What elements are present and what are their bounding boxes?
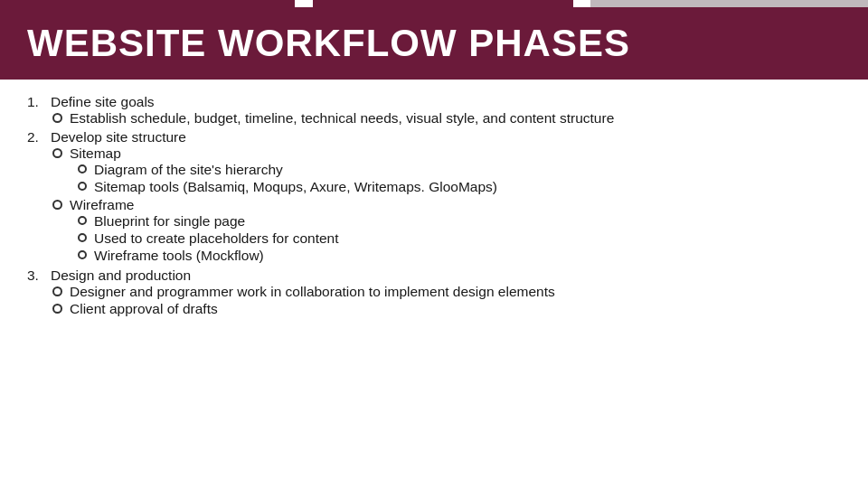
circle-bullet-icon bbox=[78, 164, 87, 174]
sub-item-text: Sitemap bbox=[70, 145, 121, 162]
circle-bullet-icon bbox=[78, 182, 87, 191]
sub-sub-item-text: Diagram of the site's hierarchy bbox=[94, 162, 283, 178]
list-item: 3. Design and production Designer and pr… bbox=[27, 267, 841, 317]
list-item: Used to create placeholders for content bbox=[78, 230, 841, 247]
list-item: Diagram of the site's hierarchy bbox=[78, 162, 841, 178]
circle-bullet-icon bbox=[52, 304, 62, 314]
circle-bullet-icon bbox=[52, 200, 62, 210]
sub-sub-item-text: Blueprint for single page bbox=[94, 213, 245, 230]
list-item: Designer and programmer work in collabor… bbox=[52, 284, 841, 300]
header-box: WEBSITE WORKFLOW PHASES bbox=[0, 7, 868, 80]
sub-list: Establish schedule, budget, timeline, te… bbox=[52, 110, 841, 127]
sub-sub-item-text: Used to create placeholders for content bbox=[94, 230, 339, 247]
circle-bullet-icon bbox=[52, 113, 62, 123]
top-bar-1 bbox=[0, 0, 295, 7]
item-label: Design and production bbox=[51, 267, 191, 284]
item-number: 1. bbox=[27, 94, 43, 110]
sub-sub-list: Blueprint for single page Used to create… bbox=[78, 213, 841, 265]
sub-item-text: Establish schedule, budget, timeline, te… bbox=[70, 110, 614, 127]
sub-item-text: Wireframe bbox=[70, 197, 134, 213]
page-title: WEBSITE WORKFLOW PHASES bbox=[27, 22, 841, 65]
item-number: 2. bbox=[27, 129, 43, 145]
list-item: 2. Develop site structure Sitemap Diagra… bbox=[27, 129, 841, 265]
sub-list: Sitemap Diagram of the site's hierarchy … bbox=[52, 145, 841, 265]
list-item: 1. Define site goals Establish schedule,… bbox=[27, 94, 841, 127]
main-list: 1. Define site goals Establish schedule,… bbox=[27, 94, 841, 317]
list-item: Establish schedule, budget, timeline, te… bbox=[52, 110, 841, 127]
list-item: Wireframe Blueprint for single page Used… bbox=[52, 197, 841, 265]
sub-item-text: Client approval of drafts bbox=[70, 301, 218, 317]
circle-bullet-icon bbox=[52, 148, 62, 158]
list-item: Sitemap tools (Balsamiq, Moqups, Axure, … bbox=[78, 179, 841, 195]
circle-bullet-icon bbox=[78, 250, 87, 259]
top-bar-3 bbox=[590, 0, 868, 7]
item-label: Develop site structure bbox=[51, 129, 186, 145]
sub-list: Designer and programmer work in collabor… bbox=[52, 284, 841, 317]
sub-sub-list: Diagram of the site's hierarchy Sitemap … bbox=[78, 162, 841, 196]
circle-bullet-icon bbox=[78, 233, 87, 242]
circle-bullet-icon bbox=[52, 286, 62, 296]
sub-sub-item-text: Sitemap tools (Balsamiq, Moqups, Axure, … bbox=[94, 179, 497, 195]
sub-sub-item-text: Wireframe tools (Mockflow) bbox=[94, 248, 264, 264]
list-item: Client approval of drafts bbox=[52, 301, 841, 317]
content-area: 1. Define site goals Establish schedule,… bbox=[0, 80, 868, 329]
list-item: Blueprint for single page bbox=[78, 213, 841, 230]
list-item: Sitemap Diagram of the site's hierarchy … bbox=[52, 145, 841, 196]
circle-bullet-icon bbox=[78, 216, 87, 225]
item-number: 3. bbox=[27, 267, 43, 284]
list-item: Wireframe tools (Mockflow) bbox=[78, 248, 841, 264]
top-bar-2 bbox=[313, 0, 573, 7]
sub-item-text: Designer and programmer work in collabor… bbox=[70, 284, 555, 300]
item-label: Define site goals bbox=[51, 94, 155, 110]
top-bars bbox=[0, 0, 868, 7]
